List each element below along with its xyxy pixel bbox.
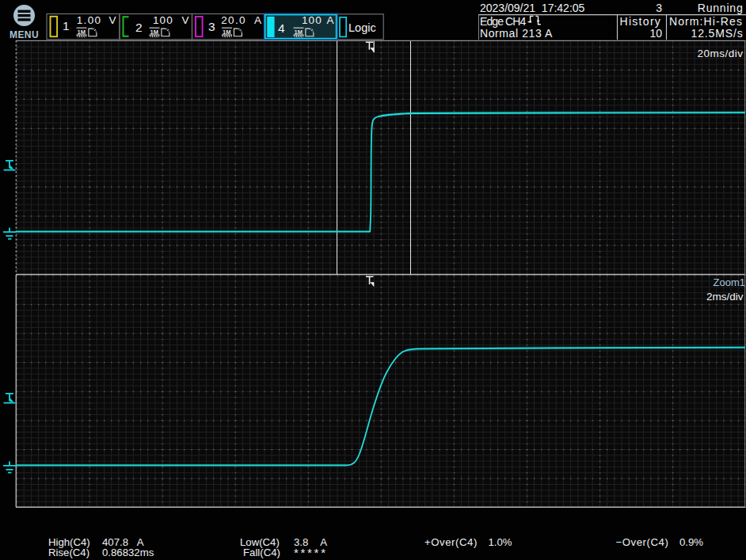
svg-text:2: 2 — [135, 21, 143, 34]
svg-text:1M: 1M — [77, 29, 86, 36]
svg-text:2ms/div: 2ms/div — [706, 291, 744, 303]
svg-text:+Over(C4): +Over(C4) — [424, 536, 478, 548]
svg-text:3: 3 — [656, 2, 662, 14]
svg-text:MENU: MENU — [10, 29, 39, 40]
svg-text:V: V — [108, 14, 116, 26]
svg-text:100: 100 — [302, 14, 322, 26]
svg-text:Fall(C4): Fall(C4) — [243, 547, 280, 558]
svg-text:1.00: 1.00 — [77, 14, 102, 26]
svg-text:20ms/div: 20ms/div — [697, 48, 743, 59]
svg-text:Edge CH4: Edge CH4 — [480, 15, 527, 28]
svg-text:0.9%: 0.9% — [679, 536, 703, 548]
svg-text:A: A — [254, 14, 261, 26]
svg-text:Logic: Logic — [348, 21, 376, 34]
svg-text:Norm:Hi-Res: Norm:Hi-Res — [669, 15, 743, 28]
svg-text:10: 10 — [649, 27, 662, 40]
svg-text:−Over(C4): −Over(C4) — [616, 536, 669, 548]
svg-text:Normal 213 A: Normal 213 A — [480, 27, 553, 40]
svg-text:0.86832ms: 0.86832ms — [102, 547, 154, 558]
svg-text:20.0: 20.0 — [221, 14, 246, 26]
svg-text:1: 1 — [63, 19, 70, 32]
svg-text:4: 4 — [278, 21, 285, 35]
svg-text:*****: ***** — [294, 546, 328, 559]
svg-text:100: 100 — [153, 14, 173, 26]
svg-text:Rise(C4): Rise(C4) — [48, 547, 89, 558]
svg-text:Running: Running — [698, 2, 744, 14]
svg-text:3: 3 — [208, 20, 215, 33]
svg-text:1.0%: 1.0% — [489, 536, 512, 548]
svg-text:A: A — [326, 14, 333, 26]
svg-text:History: History — [620, 15, 662, 28]
svg-text:12.5MS/s: 12.5MS/s — [691, 27, 744, 40]
svg-text:2023/09/21 17:42:05: 2023/09/21 17:42:05 — [480, 2, 585, 14]
svg-text:V: V — [181, 14, 188, 26]
svg-text:Zoom1: Zoom1 — [714, 276, 745, 288]
